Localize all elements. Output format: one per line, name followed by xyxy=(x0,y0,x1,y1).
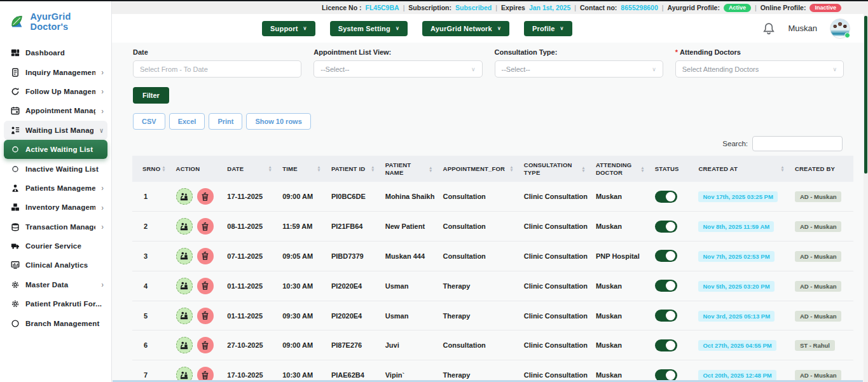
cell-patient-id: PIAE62B4 xyxy=(326,360,380,382)
cell-appointment-for: Consultation xyxy=(438,182,519,212)
status-toggle[interactable] xyxy=(655,191,677,203)
status-toggle[interactable] xyxy=(655,221,677,233)
sidebar-item-patients-management[interactable]: Patients Management› xyxy=(4,179,107,198)
appointment-list-view-select[interactable]: --Select-- ∨ xyxy=(313,60,482,78)
checkin-action-button[interactable] xyxy=(176,218,193,235)
delete-action-button[interactable] xyxy=(197,278,214,294)
column-header-attending-doctor[interactable]: ATTENDING DOCTOR▲▼ xyxy=(591,156,650,182)
status-badge: Inactive xyxy=(809,4,841,12)
sort-icon[interactable]: ▲▼ xyxy=(581,166,586,172)
excel-button[interactable]: Excel xyxy=(169,113,205,130)
cell-created-by: AD - Muskan xyxy=(790,360,853,382)
checkin-action-button[interactable] xyxy=(176,248,193,264)
cell-attending-doctor: Muskan xyxy=(591,182,650,212)
cell-action xyxy=(171,271,223,301)
chevron-down-icon: ∨ xyxy=(832,66,837,72)
notification-bell-icon[interactable] xyxy=(762,22,775,36)
avatar[interactable] xyxy=(830,18,850,39)
status-toggle[interactable] xyxy=(655,280,677,292)
sort-icon[interactable]: ▲▼ xyxy=(371,165,375,172)
delete-action-button[interactable] xyxy=(197,188,214,205)
checkin-action-button[interactable] xyxy=(176,278,193,294)
created-at-badge: Nov 7th, 2025 02:53 PM xyxy=(698,251,774,262)
sidebar-item-transaction-manage[interactable]: Transaction Manage...› xyxy=(4,217,107,236)
column-header-consultation-type[interactable]: CONSULTATION TYPE▲▼ xyxy=(519,156,591,182)
sidebar-item-inventory-managem[interactable]: Inventory Managem...› xyxy=(4,198,107,217)
sidebar-item-waiting-list-manage[interactable]: Waiting List Manage...∨ xyxy=(4,121,107,140)
delete-action-button[interactable] xyxy=(197,218,214,235)
checkin-action-button[interactable] xyxy=(176,188,193,205)
sidebar-item-branch-management[interactable]: Branch Management xyxy=(4,313,107,332)
cell-status xyxy=(650,360,694,382)
brand[interactable]: AyurGrid Doctor's xyxy=(0,6,111,41)
sort-icon[interactable]: ▲▼ xyxy=(640,166,645,172)
sort-icon[interactable]: ▲▼ xyxy=(429,166,433,172)
sort-icon[interactable]: ▲▼ xyxy=(268,165,273,172)
waiting-list-icon xyxy=(10,125,20,135)
menu-system-setting-button[interactable]: System Setting∨ xyxy=(330,21,408,36)
sidebar-item-clinical-analytics[interactable]: Clinical Analytics xyxy=(4,256,107,275)
cell-time: 10:30 AM xyxy=(277,360,326,382)
sidebar-nav: DashboardInquiry Management›Follow Up Ma… xyxy=(0,41,111,333)
sidebar-item-dashboard[interactable]: Dashboard xyxy=(4,43,107,62)
column-header-time[interactable]: TIME▲▼ xyxy=(277,156,326,182)
delete-action-button[interactable] xyxy=(197,308,214,324)
sort-icon[interactable]: ▲▼ xyxy=(509,165,514,172)
delete-action-button[interactable] xyxy=(197,337,214,353)
cell-status xyxy=(650,212,694,242)
cell-action xyxy=(171,301,223,331)
status-badge: Active xyxy=(724,4,751,12)
menu-support-button[interactable]: Support∨ xyxy=(262,21,315,36)
checkin-action-button[interactable] xyxy=(176,337,193,353)
checkin-action-button[interactable] xyxy=(176,308,193,324)
show-rows-button[interactable]: Show 10 rows xyxy=(246,113,310,130)
gear-icon xyxy=(10,299,20,309)
cell-created-at: Oct 20th, 2025 12:48 PM xyxy=(693,360,789,382)
column-header-created-at[interactable]: CREATED AT▲▼ xyxy=(693,156,789,182)
sidebar-item-inquiry-management[interactable]: Inquiry Management› xyxy=(4,62,107,81)
status-toggle[interactable] xyxy=(655,339,677,351)
cell-attending-doctor: Muskan xyxy=(591,271,650,301)
cell-action xyxy=(171,331,223,360)
vertical-scrollbar-thumb[interactable] xyxy=(864,16,867,174)
cell-patient-id: PI87E276 xyxy=(326,331,380,360)
sort-icon[interactable]: ▲▼ xyxy=(162,165,166,172)
sidebar-item-appointment-manag[interactable]: Appointment Manag...› xyxy=(4,101,107,120)
cell-date: 17-11-2025 xyxy=(222,182,277,212)
status-toggle[interactable] xyxy=(655,369,677,381)
attending-doctors-select[interactable]: Select Attending Doctors ∨ xyxy=(675,60,844,78)
print-button[interactable]: Print xyxy=(209,113,242,130)
sort-icon[interactable]: ▲▼ xyxy=(780,165,785,172)
table-row: 717-10-202510:30 AMPIAE62B4Vipin`Therapy… xyxy=(132,360,853,382)
sidebar-item-active-waiting-list[interactable]: Active Waiting List xyxy=(4,140,107,159)
sort-icon[interactable]: ▲▼ xyxy=(317,165,321,172)
waiting-list-table-wrap: SRNO▲▼ACTIONDATE▲▼TIME▲▼PATIENT ID▲▼PATI… xyxy=(112,156,868,382)
consultation-type-select[interactable]: --Select-- ∨ xyxy=(495,60,663,78)
menu-ayurgrid-network-button[interactable]: AyurGrid Network∨ xyxy=(422,21,509,36)
column-header-patient-name[interactable]: PATIENT NAME▲▼ xyxy=(380,156,438,182)
sidebar-item-master-data[interactable]: Master Data› xyxy=(4,275,107,294)
column-header-date[interactable]: DATE▲▼ xyxy=(222,156,277,182)
status-toggle[interactable] xyxy=(655,310,677,322)
column-header-patient-id[interactable]: PATIENT ID▲▼ xyxy=(326,156,380,182)
sidebar-item-courier-service[interactable]: Courier Service xyxy=(4,236,107,256)
date-range-input[interactable] xyxy=(133,60,301,78)
status-toggle[interactable] xyxy=(655,250,677,262)
sidebar-item-label: Master Data xyxy=(25,281,95,289)
gear-icon xyxy=(10,280,20,289)
sidebar-item-patient-prakruti-for[interactable]: Patient Prakruti For... xyxy=(4,294,107,313)
delete-action-button[interactable] xyxy=(197,248,214,264)
sidebar-item-follow-up-managem[interactable]: Follow Up Managem...› xyxy=(4,82,107,101)
search-input[interactable] xyxy=(752,136,843,151)
menu-profile-button[interactable]: Profile∨ xyxy=(524,21,572,36)
sidebar-item-inactive-waiting-list[interactable]: Inactive Waiting List xyxy=(4,159,107,178)
cell-patient-name: Muskan 444 xyxy=(380,242,438,271)
created-at-badge: Nov 5th, 2025 03:20 PM xyxy=(698,281,774,292)
cell-created-at: Nov 8th, 2025 11:59 AM xyxy=(693,212,789,242)
filter-button[interactable]: Filter xyxy=(133,87,169,104)
license-item-label: Contact no: xyxy=(580,4,617,11)
column-header-appointment-for[interactable]: APPOINTMENT_FOR▲▼ xyxy=(438,156,519,182)
column-header-srno[interactable]: SRNO▲▼ xyxy=(132,156,171,182)
csv-button[interactable]: CSV xyxy=(133,113,165,130)
license-item-value: 8655298600 xyxy=(621,4,658,11)
